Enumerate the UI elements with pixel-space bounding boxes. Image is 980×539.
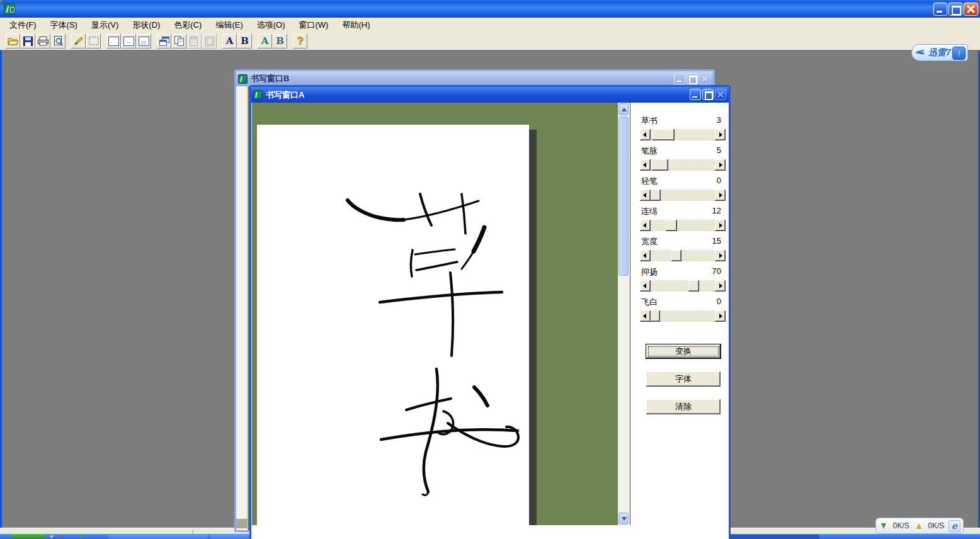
window-b-scroll-corner	[236, 519, 248, 528]
minimize-button[interactable]	[933, 3, 947, 16]
quicklaunch-icon[interactable]	[50, 535, 53, 538]
marquee-tool-button[interactable]	[86, 34, 101, 48]
slider-kuandu[interactable]	[640, 250, 726, 261]
print-button[interactable]	[36, 34, 50, 48]
font-b-button[interactable]: B	[237, 34, 252, 48]
save-button[interactable]	[21, 34, 35, 48]
font-a2-button[interactable]: A	[258, 34, 272, 48]
slider-thumb[interactable]	[688, 280, 699, 292]
slider-label-caoshu: 草书	[641, 115, 658, 127]
paper[interactable]	[257, 125, 529, 525]
slider-bimai[interactable]	[640, 159, 726, 171]
slider-left-arrow[interactable]	[640, 190, 651, 201]
layout-one-window-button[interactable]	[106, 34, 121, 48]
help-icon: ?	[297, 35, 304, 47]
quicklaunch-icon[interactable]	[81, 535, 83, 538]
menu-file[interactable]: 文件(F)	[3, 18, 43, 33]
lightning-bolt-icon[interactable]	[952, 47, 966, 60]
help-button[interactable]: ?	[293, 34, 307, 48]
clear-button[interactable]: 清除	[646, 399, 721, 414]
start-button[interactable]	[11, 534, 45, 539]
menu-font[interactable]: 字体(S)	[43, 18, 84, 33]
slider-label-bimai: 笔脉	[641, 145, 658, 157]
slider-thumb[interactable]	[652, 159, 668, 171]
menu-window[interactable]: 窗口(W)	[292, 18, 336, 33]
copy-button[interactable]	[172, 34, 186, 48]
slider-left-arrow[interactable]	[640, 220, 651, 231]
print-preview-button[interactable]	[51, 34, 66, 48]
quicklaunch-icon[interactable]	[60, 535, 63, 538]
menu-help[interactable]: 帮助(H)	[335, 18, 377, 33]
slider-qingbi[interactable]	[640, 190, 726, 201]
cascade-windows-button[interactable]	[157, 34, 171, 48]
maximize-button[interactable]	[949, 3, 962, 16]
letter-b-teal: B	[276, 35, 284, 47]
slider-right-arrow[interactable]	[715, 220, 726, 231]
slider-right-arrow[interactable]	[715, 190, 726, 201]
slider-left-arrow[interactable]	[640, 280, 651, 292]
slider-value-feibai: 0	[717, 297, 721, 306]
printer-icon	[38, 37, 48, 46]
slider-left-arrow[interactable]	[640, 159, 651, 171]
menu-edit[interactable]: 编辑(E)	[208, 18, 249, 33]
slider-label-qingbi: 轻笔	[641, 176, 658, 187]
slider-lianmian[interactable]	[640, 220, 726, 231]
quicklaunch-icon[interactable]	[71, 535, 73, 538]
window-b-maximize-button[interactable]	[687, 73, 698, 84]
thunder-download-badge[interactable]: 迅雷7	[911, 44, 968, 61]
menu-shape[interactable]: 形状(D)	[125, 18, 167, 33]
transform-button[interactable]: 变换	[646, 344, 721, 358]
main-titlebar[interactable]	[0, 0, 980, 18]
font-button[interactable]: 字体	[646, 372, 721, 387]
menu-options[interactable]: 选项(O)	[250, 18, 292, 33]
slider-left-arrow[interactable]	[640, 129, 651, 140]
slider-thumb[interactable]	[651, 190, 661, 201]
layout-two-window-button[interactable]	[122, 34, 136, 48]
slider-yiyang[interactable]	[640, 280, 726, 292]
chevron-up-icon	[622, 108, 627, 111]
menu-color[interactable]: 色彩(C)	[167, 18, 208, 33]
scroll-thumb[interactable]	[618, 116, 629, 276]
window-b-titlebar[interactable]: 书写窗口B	[236, 71, 713, 86]
download-speed-widget[interactable]: 0K/S 0K/S e	[875, 518, 964, 534]
canvas-vertical-scrollbar[interactable]	[618, 103, 629, 525]
app-icon[interactable]	[4, 3, 15, 14]
slider-left-arrow[interactable]	[640, 310, 651, 322]
writing-window-a[interactable]: 书写窗口A	[249, 85, 731, 539]
font-b2-button[interactable]: B	[273, 34, 287, 48]
taskbar-item[interactable]	[108, 535, 208, 539]
slider-right-arrow[interactable]	[715, 159, 726, 171]
close-button[interactable]	[964, 3, 978, 16]
font-a-button[interactable]: A	[222, 34, 237, 48]
copy-icon	[174, 36, 184, 46]
slider-right-arrow[interactable]	[715, 310, 726, 322]
scroll-down-button[interactable]	[618, 513, 629, 525]
window-a-minimize-button[interactable]	[690, 89, 701, 100]
slider-thumb[interactable]	[651, 310, 660, 322]
window-b-close-button[interactable]	[699, 73, 710, 84]
window-b-minimize-button[interactable]	[674, 73, 685, 84]
scroll-up-button[interactable]	[618, 103, 629, 115]
writing-canvas[interactable]	[252, 103, 618, 525]
slider-right-arrow[interactable]	[715, 280, 726, 292]
slider-right-arrow[interactable]	[715, 129, 726, 140]
layout-three-window-button[interactable]	[137, 34, 151, 48]
window-split-icon	[123, 37, 134, 46]
window-a-close-button[interactable]	[715, 89, 726, 100]
slider-caoshu[interactable]	[640, 129, 726, 140]
open-button[interactable]	[6, 34, 20, 48]
window-a-maximize-button[interactable]	[702, 89, 714, 100]
slider-thumb[interactable]	[652, 129, 675, 140]
cascade-icon	[159, 37, 169, 46]
window-a-titlebar[interactable]: 书写窗口A	[251, 87, 729, 103]
slider-thumb[interactable]	[671, 250, 681, 261]
paste-button	[187, 34, 202, 48]
pencil-tool-button[interactable]	[71, 34, 86, 48]
ie-browser-icon[interactable]: e	[949, 520, 960, 532]
slider-right-arrow[interactable]	[715, 250, 726, 261]
pencil-icon	[74, 36, 84, 46]
menu-view[interactable]: 显示(V)	[84, 18, 125, 33]
slider-thumb[interactable]	[666, 220, 677, 231]
slider-left-arrow[interactable]	[640, 250, 651, 261]
slider-feibai[interactable]	[640, 310, 726, 322]
